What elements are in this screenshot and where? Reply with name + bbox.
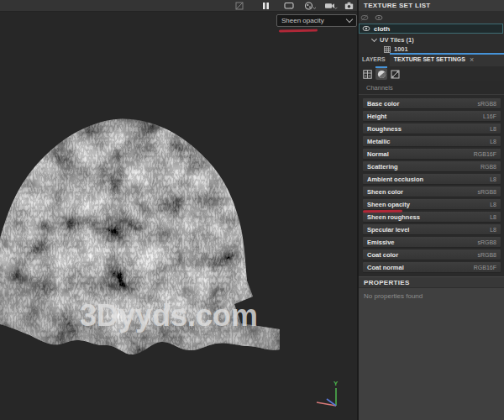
eye-off-icon[interactable] xyxy=(360,14,369,21)
active-tab-indicator xyxy=(390,53,504,55)
axis-gizmo: Y xyxy=(311,376,349,417)
channel-format[interactable]: sRGB8 xyxy=(477,239,496,245)
channel-format[interactable]: L8 xyxy=(490,126,496,132)
channel-label: Ambient occlusion xyxy=(367,176,423,183)
material-view-icon[interactable] xyxy=(304,2,318,11)
close-icon[interactable]: × xyxy=(470,53,474,66)
channel-row-coat-normal[interactable]: Coat normal RGB16F xyxy=(363,262,501,272)
channel-label: Roughness xyxy=(367,125,402,133)
properties-header: PROPERTIES xyxy=(359,276,504,287)
channel-row-metallic[interactable]: Metallic L8 xyxy=(363,136,501,146)
3d-viewport[interactable]: 3Dyyds.com Y xyxy=(0,0,357,420)
channel-format[interactable]: L8 xyxy=(490,202,496,207)
channel-row-ambient-occlusion[interactable]: Ambient occlusion L8 xyxy=(363,174,501,184)
uv-tiles-group[interactable]: UV Tiles (1) xyxy=(372,35,414,45)
watermark-text: 3Dyyds.com xyxy=(80,298,258,333)
channel-format[interactable]: RGB16F xyxy=(474,265,496,270)
channel-row-base-color[interactable]: Base color sRGB8 xyxy=(363,98,501,108)
material-sphere-icon xyxy=(377,70,386,79)
channel-row-scattering[interactable]: Scattering RGB8 xyxy=(363,161,501,171)
resolution-grid-icon xyxy=(363,70,372,79)
divider xyxy=(359,94,504,95)
tab-layers[interactable]: LAYERS xyxy=(359,53,390,66)
channel-label: Sheen roughness xyxy=(367,213,420,221)
resolution-settings-button[interactable] xyxy=(361,68,373,80)
channel-label: Emissive xyxy=(367,239,395,246)
right-panel: TEXTURE SET LIST cloth UV Tiles (1) xyxy=(359,0,504,420)
channel-row-height[interactable]: Height L16F xyxy=(363,111,501,121)
channel-label: Metallic xyxy=(367,138,391,145)
channel-row-specular-level[interactable]: Specular level L8 xyxy=(363,224,501,234)
channel-row-sheen-roughness[interactable]: Sheen roughness L8 xyxy=(363,212,501,222)
channel-row-sheen-opacity[interactable]: Sheen opacity L8 xyxy=(363,199,501,209)
chevron-down-icon[interactable] xyxy=(371,36,377,42)
channel-label: Specular level xyxy=(367,226,409,234)
channel-view-dropdown[interactable]: Sheen opacity xyxy=(276,14,357,27)
channel-format[interactable]: sRGB8 xyxy=(477,189,496,195)
channels-settings-button[interactable] xyxy=(375,68,387,80)
channel-view-value: Sheen opacity xyxy=(281,17,324,24)
eye-icon[interactable] xyxy=(375,14,383,21)
channel-format[interactable]: L16F xyxy=(483,113,496,119)
channel-label: Coat normal xyxy=(367,264,404,271)
channel-format[interactable]: sRGB8 xyxy=(477,252,496,258)
channel-format[interactable]: L8 xyxy=(490,214,496,220)
channel-label: Base color xyxy=(367,100,399,108)
uv-tile-number: 1001 xyxy=(394,45,408,53)
texture-set-item-cloth[interactable]: cloth xyxy=(359,24,503,34)
channels-section: Channels Base color sRGB8 Height L16F Ro… xyxy=(359,81,504,276)
settings-icon-row xyxy=(359,66,504,81)
channel-row-coat-color[interactable]: Coat color sRGB8 xyxy=(363,249,501,260)
texture-set-list-header: TEXTURE SET LIST xyxy=(359,0,504,11)
channel-label: Scattering xyxy=(367,163,398,171)
properties-panel: No properties found xyxy=(359,288,504,420)
normal-flip-icon xyxy=(391,70,400,79)
channel-format[interactable]: RGB16F xyxy=(474,151,496,157)
app-window: 3Dyyds.com Y xyxy=(0,0,504,420)
symmetry-off-icon[interactable] xyxy=(235,2,244,10)
channel-row-emissive[interactable]: Emissive sRGB8 xyxy=(363,237,501,247)
channel-label: Sheen opacity xyxy=(367,201,410,208)
channel-row-sheen-color[interactable]: Sheen color sRGB8 xyxy=(363,186,501,197)
panel-tabbar: LAYERS TEXTURE SET SETTINGS × xyxy=(359,53,504,66)
channel-format[interactable]: L8 xyxy=(490,176,496,182)
texture-set-name: cloth xyxy=(374,25,390,33)
channel-label: Height xyxy=(367,113,386,120)
plane-view-icon[interactable] xyxy=(284,2,297,11)
channel-label: Sheen color xyxy=(367,188,403,196)
channel-row-normal[interactable]: Normal RGB16F xyxy=(363,149,501,159)
channel-format[interactable]: L8 xyxy=(490,227,496,233)
properties-empty-message: No properties found xyxy=(364,292,423,300)
texture-set-list-toolbar xyxy=(360,14,383,21)
axis-y-label: Y xyxy=(333,380,339,387)
mesh-settings-button[interactable] xyxy=(389,68,401,80)
channel-format[interactable]: RGB8 xyxy=(480,164,496,170)
viewport-toolbar xyxy=(0,0,357,12)
pause-icon[interactable] xyxy=(262,2,270,10)
channel-row-roughness[interactable]: Roughness L8 xyxy=(363,123,501,134)
channels-section-header: Channels xyxy=(366,84,393,92)
red-marker-underline xyxy=(363,210,402,213)
channel-label: Normal xyxy=(367,150,389,158)
tab-texture-set-settings[interactable]: TEXTURE SET SETTINGS × xyxy=(390,53,504,66)
channel-label: Coat color xyxy=(367,251,398,259)
channel-format[interactable]: sRGB8 xyxy=(477,101,496,107)
camera-view-icon[interactable] xyxy=(324,2,339,11)
snapshot-icon[interactable] xyxy=(344,2,354,10)
uv-grid-icon xyxy=(384,46,391,53)
chevron-down-icon xyxy=(346,16,353,23)
cloth-mesh-render xyxy=(0,0,357,420)
uv-tiles-label: UV Tiles (1) xyxy=(380,36,414,44)
tab-label: TEXTURE SET SETTINGS xyxy=(394,53,465,66)
channel-format[interactable]: L8 xyxy=(490,139,496,144)
visibility-eye-icon[interactable] xyxy=(362,25,370,32)
channel-list: Base color sRGB8 Height L16F Roughness L… xyxy=(363,98,501,275)
